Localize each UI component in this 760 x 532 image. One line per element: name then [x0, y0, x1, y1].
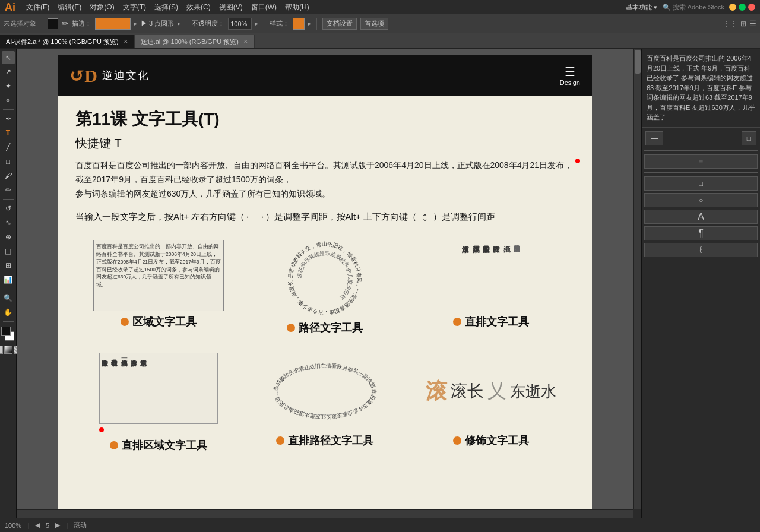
arrow-updown: ↕	[422, 209, 428, 224]
rp-minimize[interactable]: —	[645, 131, 663, 145]
tab-0-close[interactable]: ✕	[124, 39, 128, 45]
gradient-tool[interactable]: ◫	[2, 245, 15, 258]
zoom-tool[interactable]: 🔍	[2, 292, 15, 305]
pencil-tool[interactable]: ✏	[2, 183, 15, 197]
line-tool[interactable]: ╱	[2, 141, 15, 154]
menu-window[interactable]: 窗口(W)	[251, 2, 277, 12]
status-sep-2: |	[66, 522, 68, 529]
path-text-label: 路径文字工具	[287, 321, 363, 335]
window-controls	[729, 4, 755, 11]
menu-object[interactable]: 对象(O)	[90, 2, 114, 12]
rp-circle-btn[interactable]: ○	[644, 193, 758, 207]
vert-col-4: 依青山依旧在	[492, 240, 501, 311]
gradient-swatch[interactable]	[4, 346, 12, 354]
text-tool[interactable]: T	[2, 126, 15, 140]
paintbrush-tool[interactable]: 🖌	[2, 169, 15, 182]
v-area-text-label: 直排区域文字工具	[110, 438, 207, 452]
v-path-text-cell: 非成败转头空青山依旧在情看秋月春风一壶浊酒喜相逢古今多少事滚滚长江东逝水浪花淘尽…	[242, 347, 408, 458]
lasso-tool[interactable]: ⌖	[2, 94, 15, 107]
rp-para-btn[interactable]: ¶	[644, 226, 758, 240]
fill-swatch[interactable]	[48, 18, 58, 29]
scrollbar-horizontal[interactable]	[17, 509, 633, 518]
menu-select[interactable]: 选择(S)	[154, 2, 178, 12]
menu-help[interactable]: 帮助(H)	[285, 2, 309, 12]
toolbar: 未选择对象 ✏ 描边： ▸ ▶ 3 点圆形 ▸ 不透明度： ▸ 样式： ▸ 文档…	[0, 14, 760, 33]
rp-glyph-btn[interactable]: ℓ	[644, 243, 758, 257]
menu-view[interactable]: 视图(V)	[219, 2, 243, 12]
selection-tool[interactable]: ↖	[2, 51, 15, 64]
bullet-1	[121, 318, 129, 326]
v-path-text-demo: 非成败转头空青山依旧在情看秋月春风一壶浊酒喜相逢古今多少事滚滚长江东逝水浪花淘尽…	[265, 353, 384, 430]
none-swatch[interactable]	[0, 346, 3, 354]
menu-bar-right: 基本功能 ▾ 🔍 搜索 Adobe Stock	[626, 3, 755, 12]
tool-sep-2	[3, 199, 14, 200]
bullet-5	[276, 436, 284, 445]
scale-tool[interactable]: ⤡	[2, 216, 15, 229]
menu-edit[interactable]: 编辑(E)	[58, 2, 81, 12]
doc-settings-button[interactable]: 文档设置	[322, 18, 357, 30]
scrollbar-vertical[interactable]	[633, 49, 641, 509]
nav-prev[interactable]: ◀	[35, 521, 40, 529]
tab-bar: AI-课件2.ai* @ 100% (RGB/GPU 预览) ✕ 送迪.ai @…	[0, 33, 760, 49]
style-arrow: ▸	[308, 20, 311, 27]
right-panel: 百度百科是百度公司推出的 2006年4月20日上线，正式 年9月，百度百科已经收…	[641, 49, 760, 518]
brush-icon: ✏	[62, 19, 68, 28]
blend-tool[interactable]: ⊕	[2, 230, 15, 243]
v-vert-col-4: 古今多少事滚滚长	[130, 354, 138, 422]
status-bar: 100% | ◀ 5 ▶ | 滚动	[0, 518, 760, 532]
vertical-text-label: 直排文字工具	[453, 315, 529, 329]
lesson-title: 第11课 文字工具(T)	[75, 108, 574, 131]
rp-restore[interactable]: □	[742, 131, 756, 145]
menu-file[interactable]: 文件(F)	[26, 2, 49, 12]
tab-1-label: 送迪.ai @ 100% (RGB/GPU 预览)	[141, 37, 239, 46]
area-text-label: 区域文字工具	[121, 315, 197, 329]
touch-char-4: 东逝水	[510, 381, 556, 402]
shape-tool[interactable]: □	[2, 155, 15, 168]
rp-sep-1	[644, 150, 758, 151]
minimize-button[interactable]	[729, 4, 736, 11]
mesh-tool[interactable]: ⊞	[2, 259, 15, 272]
graph-tool[interactable]: 📊	[2, 273, 15, 286]
tab-0[interactable]: AI-课件2.ai* @ 100% (RGB/GPU 预览) ✕	[0, 35, 135, 48]
pen-tool[interactable]: ✒	[2, 112, 15, 125]
tab-1[interactable]: 送迪.ai @ 100% (RGB/GPU 预览) ✕	[135, 35, 255, 48]
right-panel-text: 百度百科是百度公司推出的 2006年4月20日上线，正式 年9月，百度百科已经收…	[642, 49, 760, 127]
direct-select-tool[interactable]: ↗	[2, 65, 15, 78]
opacity-input[interactable]	[228, 18, 252, 30]
magic-wand-tool[interactable]: ✦	[2, 80, 15, 93]
rotate-tool[interactable]: ↺	[2, 202, 15, 215]
rp-align-btn[interactable]: ≡	[644, 154, 758, 169]
menu-text[interactable]: 文字(T)	[123, 2, 146, 12]
vertical-text-cell: 滚滚长江东逝水 浪花淘尽英雄 旧是非成败转头空 依青山依旧在 渔橇江上 滚长浪淘…	[408, 234, 574, 341]
scroll-mode: 滚动	[74, 521, 87, 530]
opacity-arrow: ▸	[255, 20, 258, 27]
align-icon: ⊞	[740, 20, 746, 28]
menu-effect[interactable]: 效果(C)	[186, 2, 211, 12]
preferences-button[interactable]: 首选项	[360, 18, 388, 30]
hamburger-icon[interactable]: ☰	[565, 65, 575, 79]
vert-col-6: 滚长浪淘尽英雄旧是非成败	[513, 240, 521, 311]
canvas-scroll: ↺D 逆迪文化 ☰ Design 第11课 文字工具(T) 快捷键 T	[17, 49, 633, 509]
arrow-icon: ▸	[134, 20, 137, 27]
opacity-label: 不透明度：	[192, 19, 224, 28]
stroke-color[interactable]	[95, 18, 131, 30]
foreground-swatch[interactable]	[1, 327, 11, 336]
search-stock[interactable]: 🔍 搜索 Adobe Stock	[663, 3, 725, 12]
basic-functions[interactable]: 基本功能 ▾	[626, 3, 657, 12]
bullet-3	[453, 318, 461, 326]
toolbar-sep-2	[186, 18, 186, 30]
nav-next[interactable]: ▶	[55, 521, 60, 529]
scrollbar-thumb-v[interactable]	[635, 50, 641, 74]
hand-tool[interactable]: ✋	[2, 306, 15, 319]
maximize-button[interactable]	[739, 4, 746, 11]
toolbar-sep-3	[264, 18, 264, 30]
rp-text-btn[interactable]: A	[644, 210, 758, 224]
points-arrow: ▸	[178, 20, 180, 27]
tab-1-close[interactable]: ✕	[243, 39, 248, 45]
style-swatch[interactable]	[293, 18, 305, 30]
vert-col-5: 渔橇江上	[502, 240, 511, 311]
close-button[interactable]	[748, 4, 755, 11]
rp-rect-btn[interactable]: □	[644, 176, 758, 191]
document-canvas: ↺D 逆迪文化 ☰ Design 第11课 文字工具(T) 快捷键 T	[58, 55, 592, 509]
rp-toolbar-row1: — □	[644, 130, 758, 147]
